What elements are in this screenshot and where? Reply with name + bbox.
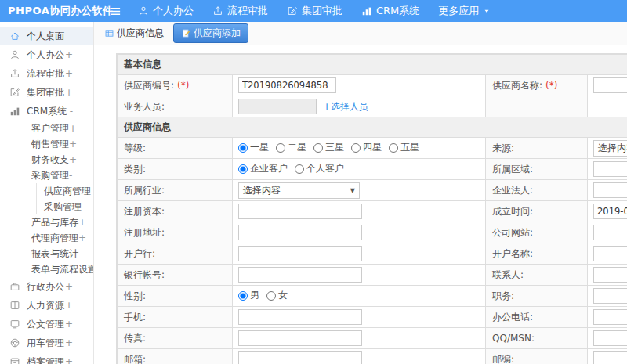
field-label: 办公电话:: [486, 307, 588, 328]
expand-toggle-icon[interactable]: +: [78, 217, 86, 228]
level-radio-4[interactable]: 五星: [389, 141, 419, 154]
field-label: 类别:: [118, 159, 233, 180]
sidebar-item-16[interactable]: 人力资源+: [0, 296, 93, 315]
sidebar-item-14[interactable]: 表单与流程设置+: [0, 261, 93, 277]
expand-toggle-icon[interactable]: +: [65, 68, 73, 79]
sidebar-item-17[interactable]: 公文管理+: [0, 315, 93, 333]
legal-person-input[interactable]: [593, 182, 627, 198]
menu-toggle[interactable]: [103, 5, 127, 17]
qq-msn-input[interactable]: [593, 330, 627, 346]
field-label: 供应商编号:(*): [118, 75, 233, 96]
supplier-name-input[interactable]: [593, 77, 627, 93]
registered-capital-input[interactable]: [238, 204, 362, 219]
bank-account-input[interactable]: [238, 267, 362, 283]
sidebar-item-13[interactable]: 报表与统计: [0, 246, 93, 261]
tab-1[interactable]: 供应商添加: [173, 23, 248, 43]
supplier-code-input[interactable]: [238, 77, 336, 93]
nav-item-4[interactable]: 更多应用: [438, 4, 491, 18]
form-row: 等级:一星二星三星四星五星来源:选择内容▼: [118, 138, 627, 159]
sidebar-item-9[interactable]: 供应商管理: [36, 183, 93, 199]
form-row: 类别:企业客户个人客户所属区域:: [118, 159, 627, 180]
expand-toggle-icon[interactable]: +: [69, 123, 77, 134]
menu-icon: [110, 5, 121, 17]
field-label: 所属行业:: [118, 180, 233, 201]
source-select[interactable]: 选择内容▼: [593, 140, 627, 157]
sidebar-item-11[interactable]: 产品与库存+: [0, 214, 93, 230]
level-radio-3[interactable]: 四星: [351, 141, 382, 154]
founded-date-input[interactable]: [593, 204, 627, 219]
business-person-picker-link[interactable]: +选择人员: [323, 101, 368, 112]
sidebar-item-12[interactable]: 代理商管理+: [0, 230, 93, 246]
mobile-input[interactable]: [238, 309, 362, 325]
sidebar-item-10[interactable]: 采购管理: [36, 199, 93, 214]
app-logo: PHPOA协同办公软件: [0, 4, 103, 18]
sidebar-item-5[interactable]: 客户管理+: [0, 121, 93, 136]
sidebar-item-label: 个人桌面: [27, 30, 64, 43]
nav-item-2[interactable]: 集团审批: [287, 4, 342, 18]
expand-toggle-icon[interactable]: -: [69, 170, 72, 181]
email-input[interactable]: [238, 351, 362, 364]
sidebar-item-label: 用车管理: [27, 337, 64, 350]
form-row: 传真:QQ/MSN:: [118, 328, 627, 349]
sidebar-item-label: 客户管理: [31, 122, 69, 135]
registered-address-input[interactable]: [238, 225, 362, 240]
contact-input[interactable]: [593, 267, 627, 283]
industry-select[interactable]: 选择内容▼: [238, 182, 360, 199]
sidebar-item-4[interactable]: CRM系统-: [0, 102, 93, 121]
category-radio-1[interactable]: 个人客户: [295, 162, 344, 175]
expand-toggle-icon[interactable]: +: [65, 356, 73, 364]
sidebar-item-label: 人力资源: [27, 299, 64, 312]
gender-radio-0[interactable]: 男: [238, 289, 259, 302]
website-input[interactable]: [593, 225, 627, 240]
tab-0[interactable]: 供应商信息: [104, 27, 164, 40]
sidebar-item-18[interactable]: 用车管理+: [0, 333, 93, 352]
fax-input[interactable]: [238, 330, 362, 346]
section-header: 基本信息: [118, 55, 627, 75]
sidebar-item-label: 供应商管理: [44, 185, 91, 198]
sidebar-item-8[interactable]: 采购管理-: [0, 168, 93, 183]
sidebar-item-1[interactable]: 个人办公+: [0, 45, 93, 64]
position-input[interactable]: [593, 288, 627, 304]
expand-toggle-icon[interactable]: +: [65, 300, 73, 311]
tab-label: 供应商添加: [194, 27, 241, 40]
sidebar-item-label: 公文管理: [27, 318, 64, 331]
field-label: 职务:: [486, 286, 588, 307]
gender-radio-1[interactable]: 女: [266, 289, 288, 302]
expand-toggle-icon[interactable]: +: [69, 154, 77, 165]
sidebar-item-label: 集团审批: [27, 86, 64, 99]
nav-item-3[interactable]: CRM系统: [361, 4, 419, 18]
field-label: 邮箱:: [118, 349, 233, 364]
briefcase-icon: [9, 281, 20, 292]
form-row: 手机:办公电话:: [118, 307, 627, 328]
bank-input[interactable]: [238, 246, 362, 261]
expand-toggle-icon[interactable]: -: [70, 106, 73, 117]
nav-item-0[interactable]: 个人办公: [138, 4, 194, 18]
account-name-input[interactable]: [593, 246, 627, 261]
zip-input[interactable]: [593, 351, 627, 364]
level-radio-0[interactable]: 一星: [238, 141, 269, 154]
sidebar-item-3[interactable]: 集团审批+: [0, 83, 93, 102]
sidebar-item-6[interactable]: 销售管理+: [0, 136, 93, 152]
caret-down-icon: [483, 7, 491, 15]
expand-toggle-icon[interactable]: +: [65, 87, 73, 98]
sidebar-item-15[interactable]: 行政办公+: [0, 277, 93, 296]
office-phone-input[interactable]: [593, 309, 627, 325]
expand-toggle-icon[interactable]: +: [65, 319, 73, 330]
nav-item-1[interactable]: 流程审批: [212, 4, 268, 18]
process-icon: [9, 68, 20, 79]
expand-toggle-icon[interactable]: +: [65, 49, 73, 60]
sidebar-item-0[interactable]: 个人桌面: [0, 27, 93, 45]
sidebar-item-2[interactable]: 流程审批+: [0, 64, 93, 83]
expand-toggle-icon[interactable]: +: [78, 232, 86, 243]
expand-toggle-icon[interactable]: +: [65, 281, 73, 292]
business-person-input[interactable]: [238, 99, 317, 114]
category-radio-0[interactable]: 企业客户: [238, 162, 288, 175]
region-input[interactable]: [593, 161, 627, 177]
sidebar-item-19[interactable]: 档案管理+: [0, 352, 93, 364]
expand-toggle-icon[interactable]: +: [69, 139, 77, 150]
level-radio-1[interactable]: 二星: [276, 141, 306, 154]
level-radio-2[interactable]: 三星: [314, 141, 344, 154]
sidebar-item-label: 采购管理: [31, 169, 69, 182]
expand-toggle-icon[interactable]: +: [65, 337, 73, 348]
sidebar-item-7[interactable]: 财务收支+: [0, 152, 93, 168]
